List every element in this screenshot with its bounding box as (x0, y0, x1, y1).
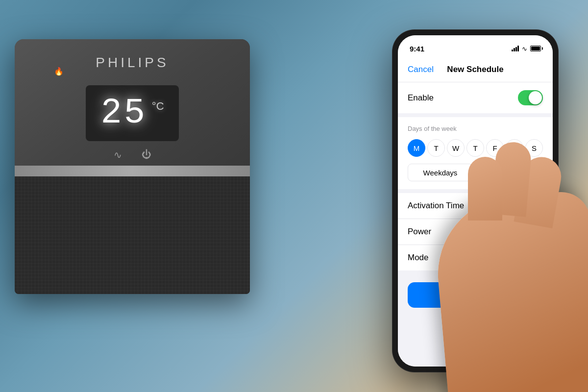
day-tuesday[interactable]: T (427, 139, 445, 157)
activation-time-label: Activation Time (408, 201, 464, 211)
days-row: M T W T F S S (408, 139, 543, 157)
power-chevron-icon: › (540, 228, 543, 236)
mode-label: Mode (408, 253, 429, 263)
weekdays-button[interactable]: Weekdays (408, 164, 473, 181)
speaker-grille (15, 176, 250, 294)
weekend-button[interactable]: Weekend (478, 164, 543, 181)
enable-section: Enable (398, 82, 553, 113)
signal-icon (512, 46, 519, 51)
power-device-icon: ⏻ (142, 149, 151, 161)
device-band (15, 166, 250, 176)
content-area: Enable Days of the week M T W T F (398, 82, 553, 367)
day-wednesday[interactable]: W (447, 139, 465, 157)
enable-row: Enable (408, 82, 543, 113)
power-row[interactable]: Power ON › (398, 219, 553, 245)
flame-icon: 🔥 (54, 67, 64, 76)
wifi-device-icon: ∿ (114, 149, 122, 161)
settings-section: Activation Time 9:00 am › Power ON › (398, 193, 553, 270)
activation-time-row[interactable]: Activation Time 9:00 am › (398, 193, 553, 219)
status-icons: ∿ (512, 45, 541, 52)
phone-screen: 9:41 ∿ Cancel New Schedul (398, 35, 553, 367)
phone-container: 9:41 ∿ Cancel New Schedul (392, 29, 559, 372)
day-monday[interactable]: M (408, 139, 425, 157)
day-sunday[interactable]: S (525, 139, 543, 157)
device-icons-row: ∿ ⏻ (114, 149, 151, 161)
status-bar: 9:41 ∿ (398, 35, 553, 57)
battery-icon (530, 46, 541, 51)
cancel-button[interactable]: Cancel (408, 65, 434, 74)
nav-bar: Cancel New Schedule (398, 57, 553, 82)
temp-display-panel: 🔥 25 °C (86, 85, 178, 141)
days-section-title: Days of the week (408, 125, 543, 132)
done-section: Done (398, 274, 553, 316)
mode-chevron-icon: › (540, 254, 543, 262)
days-section: Days of the week M T W T F S S Weekdays … (398, 117, 553, 189)
page-title: New Schedule (447, 65, 503, 74)
philips-device: PHILIPS 🔥 25 °C ∿ ⏻ (15, 39, 289, 353)
activation-time-value-row: 9:00 am › (508, 201, 543, 211)
wifi-status-icon: ∿ (522, 45, 527, 52)
mode-row[interactable]: Mode Run last used › (398, 245, 553, 270)
mode-value: Run last used (487, 253, 538, 263)
power-label: Power (408, 227, 431, 237)
mode-value-row: Run last used › (487, 253, 543, 263)
celsius-unit: °C (152, 100, 164, 113)
power-value: ON (525, 227, 538, 237)
toggle-knob (529, 91, 542, 104)
temperature-value: 25 (100, 93, 147, 133)
day-saturday[interactable]: S (506, 139, 523, 157)
day-thursday[interactable]: T (466, 139, 484, 157)
phone-frame: 9:41 ∿ Cancel New Schedul (392, 29, 559, 372)
done-button[interactable]: Done (408, 282, 543, 308)
brand-label: PHILIPS (96, 55, 169, 71)
power-value-row: ON › (525, 227, 543, 237)
enable-label: Enable (408, 93, 434, 103)
day-friday[interactable]: F (486, 139, 504, 157)
days-shortcuts: Weekdays Weekend (408, 164, 543, 181)
activation-time-value: 9:00 am (508, 201, 538, 211)
status-time: 9:41 (410, 45, 424, 53)
battery-fill (531, 47, 540, 50)
enable-toggle[interactable] (518, 90, 543, 105)
activation-time-chevron-icon: › (540, 202, 543, 210)
device-bottom (15, 176, 250, 294)
